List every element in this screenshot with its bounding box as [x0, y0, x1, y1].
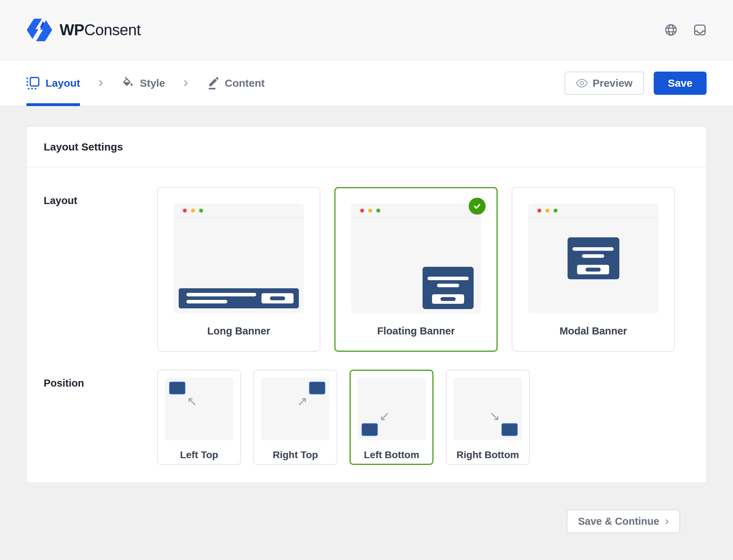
tab-layout-label: Layout [45, 77, 80, 89]
layout-option-modal-banner[interactable]: Modal Banner [512, 187, 675, 352]
arrow-up-right-icon: ↗ [297, 395, 308, 408]
layout-option-label: Modal Banner [512, 325, 674, 337]
position-option-left-top[interactable]: ↖ Left Top [157, 370, 241, 465]
inbox-icon[interactable] [693, 23, 707, 37]
brand: WPConsent [26, 19, 141, 41]
green-dot-icon [199, 209, 203, 213]
header-icons [664, 23, 707, 37]
layout-setting-row: Layout [44, 187, 689, 352]
app-header: WPConsent [0, 0, 733, 60]
position-option-right-top[interactable]: ↗ Right Top [253, 370, 337, 465]
position-options: ↖ Left Top ↗ Right Top [157, 370, 530, 465]
banner-position-square [309, 382, 325, 394]
text-line [427, 277, 469, 280]
layout-icon [26, 77, 40, 90]
long-banner-preview [179, 288, 299, 308]
brand-name-rest: Consent [84, 21, 141, 38]
check-icon [473, 202, 482, 211]
text-line [572, 247, 614, 251]
position-mockup: ↗ [261, 377, 329, 440]
text-line [186, 293, 256, 296]
tab-style-label: Style [140, 77, 165, 89]
active-tab-underline [26, 103, 80, 106]
position-option-label: Right Top [254, 449, 337, 461]
position-row-label: Position [44, 370, 157, 465]
layout-option-long-banner[interactable]: Long Banner [157, 187, 320, 352]
layout-row-label: Layout [44, 187, 157, 352]
position-option-label: Left Bottom [351, 449, 432, 461]
chevron-right-icon: › [665, 514, 669, 529]
layout-option-floating-banner[interactable]: Floating Banner [334, 187, 498, 352]
layout-option-label: Long Banner [158, 325, 320, 337]
browser-mockup [528, 203, 658, 313]
preview-button[interactable]: Preview [565, 72, 644, 95]
paint-bucket-icon [122, 77, 134, 90]
banner-position-square [501, 423, 518, 436]
panel-body: Layout [27, 167, 706, 482]
save-continue-button[interactable]: Save & Continue › [567, 510, 680, 533]
modal-banner-preview [567, 238, 619, 279]
position-option-left-bottom[interactable]: ↙ Left Bottom [350, 370, 433, 465]
brand-name: WPConsent [60, 21, 141, 39]
position-mockup: ↙ [357, 377, 426, 440]
yellow-dot-icon [546, 209, 549, 213]
globe-icon[interactable] [664, 23, 678, 37]
step-tabs: Layout › Style › Content [26, 60, 265, 106]
panel-title: Layout Settings [44, 141, 123, 153]
red-dot-icon [183, 209, 187, 213]
save-button-label: Save [668, 77, 692, 89]
mock-accept-button [577, 265, 609, 275]
floating-banner-preview [423, 267, 474, 309]
mockup-topbar [528, 203, 658, 218]
mock-button-label [270, 296, 285, 300]
position-option-label: Right Bottom [446, 449, 529, 461]
arrow-down-left-icon: ↙ [379, 410, 390, 423]
preview-button-label: Preview [593, 77, 633, 89]
brand-name-bold: WP [60, 21, 84, 38]
red-dot-icon [360, 209, 364, 213]
browser-mockup [351, 203, 481, 313]
step-tabbar: Layout › Style › Content [0, 60, 733, 106]
text-line [437, 284, 459, 287]
text-line [186, 300, 227, 303]
mock-button-label [441, 297, 456, 301]
text-line [582, 254, 604, 258]
position-mockup: ↘ [454, 377, 522, 440]
banner-position-square [362, 423, 378, 436]
position-option-label: Left Top [158, 449, 240, 461]
footer-bar: Save & Continue › [26, 483, 707, 533]
position-mockup: ↖ [165, 377, 233, 440]
selected-check-badge [469, 198, 486, 215]
banner-position-square [169, 382, 185, 394]
position-setting-row: Position ↖ Left Top ↗ [44, 370, 689, 465]
toolbar: Preview Save [565, 72, 707, 95]
mock-accept-button [432, 294, 464, 304]
tab-separator-icon: › [98, 75, 103, 91]
browser-mockup [174, 203, 304, 313]
layout-settings-panel: Layout Settings Layout [26, 127, 707, 483]
arrow-down-right-icon: ↘ [489, 410, 500, 423]
save-button[interactable]: Save [654, 72, 707, 95]
yellow-dot-icon [191, 209, 195, 213]
green-dot-icon [554, 209, 558, 213]
tab-layout[interactable]: Layout [26, 60, 80, 106]
mockup-topbar [351, 203, 481, 218]
tab-style[interactable]: Style [122, 60, 165, 106]
panel-header: Layout Settings [27, 127, 706, 167]
eye-icon [576, 79, 588, 88]
wpconsent-logo-icon [26, 19, 53, 41]
tab-content[interactable]: Content [207, 60, 265, 106]
pencil-icon [207, 76, 219, 90]
save-continue-label: Save & Continue [578, 516, 659, 527]
main-content: Layout Settings Layout [0, 106, 733, 533]
tab-separator-icon: › [183, 75, 188, 91]
mockup-topbar [174, 203, 304, 218]
tab-content-label: Content [225, 77, 265, 89]
arrow-up-left-icon: ↖ [187, 395, 197, 408]
layout-option-label: Floating Banner [335, 325, 497, 337]
mock-button-label [585, 268, 600, 272]
mock-accept-button [261, 293, 294, 303]
yellow-dot-icon [368, 209, 372, 213]
position-option-right-bottom[interactable]: ↘ Right Bottom [446, 370, 530, 465]
page: WPConsent [0, 0, 733, 560]
